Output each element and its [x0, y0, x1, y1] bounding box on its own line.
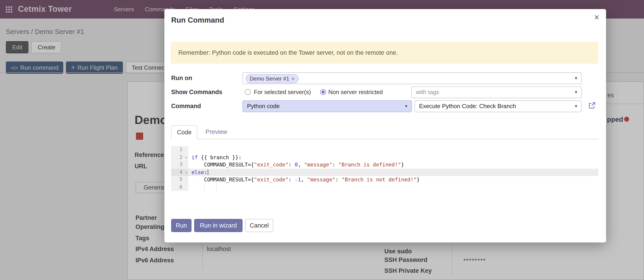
command-select[interactable]: Execute Python Code: Check Branch ▾	[414, 100, 582, 112]
warning-alert-text: Remember: Python code is executed on the…	[178, 42, 398, 64]
remove-tag-icon[interactable]: ×	[292, 76, 295, 82]
text-cursor	[208, 169, 208, 175]
chevron-down-icon: ▾	[575, 90, 577, 94]
code-row[interactable]: 2▾if {{ branch }}:	[171, 154, 598, 161]
modal-title: Run Command	[171, 16, 224, 25]
external-link-icon	[588, 102, 596, 109]
fold-icon[interactable]: ▾	[185, 154, 188, 162]
radio-for-selected-servers[interactable]	[245, 89, 251, 95]
run-on-label: Run on	[171, 72, 192, 84]
show-commands-label: Show Commands	[171, 86, 222, 98]
command-value: Execute Python Code: Check Branch	[419, 101, 516, 112]
code-row[interactable]: 5 COMMAND_RESULT={"exit_code": -1, "mess…	[171, 176, 598, 183]
gutter-line-number: 5	[171, 176, 188, 183]
command-type-value: Python code	[247, 101, 280, 112]
gutter-line-number: 6	[171, 183, 188, 191]
chevron-down-icon: ▾	[575, 104, 577, 108]
run-button[interactable]: Run	[171, 219, 192, 232]
cancel-button[interactable]: Cancel	[245, 219, 273, 232]
warning-alert: Remember: Python code is executed on the…	[171, 42, 598, 64]
gutter-line-number: 1	[171, 146, 188, 154]
chevron-down-icon: ▾	[405, 104, 407, 108]
tab-code[interactable]: Code	[171, 125, 197, 139]
open-record-button[interactable]	[588, 102, 596, 111]
with-tags-select[interactable]: with tags ▾	[412, 86, 582, 98]
command-label: Command	[171, 100, 201, 112]
code-line[interactable]: COMMAND_RESULT={"exit_code": -1, "messag…	[188, 176, 598, 183]
run-in-wizard-button[interactable]: Run in wizard	[194, 219, 242, 232]
chevron-down-icon: ▾	[575, 76, 577, 80]
code-row[interactable]: 6	[171, 183, 598, 191]
code-editor[interactable]: 12▾if {{ branch }}:3 COMMAND_RESULT={"ex…	[171, 145, 598, 193]
code-line[interactable]	[188, 146, 598, 154]
code-line[interactable]: if {{ branch }}:	[188, 154, 598, 161]
modal-tabstrip: Code Preview	[171, 125, 598, 139]
code-line[interactable]	[188, 183, 598, 191]
gutter-line-number: 4▾	[171, 169, 188, 176]
server-tag: Demo Server #1 ×	[246, 74, 299, 83]
gutter-line-number: 3	[171, 161, 188, 169]
run-command-modal: Run Command × Remember: Python code is e…	[164, 9, 606, 242]
gutter-line-number: 2▾	[171, 154, 188, 161]
code-line[interactable]: else:	[188, 169, 598, 176]
with-tags-placeholder: with tags	[416, 87, 439, 98]
tab-preview[interactable]: Preview	[201, 125, 232, 139]
radio-non-server-restricted-label[interactable]: Non server restricted	[328, 86, 383, 98]
app-window: Cetmix Tower Servers Commands Files Tool…	[0, 0, 644, 280]
fold-icon[interactable]: ▾	[185, 169, 188, 176]
code-line[interactable]: COMMAND_RESULT={"exit_code": 0, "message…	[188, 161, 598, 169]
code-row[interactable]: 3 COMMAND_RESULT={"exit_code": 0, "messa…	[171, 161, 598, 169]
radio-for-selected-servers-label[interactable]: For selected server(s)	[254, 86, 311, 98]
code-row[interactable]: 1	[171, 146, 598, 154]
radio-non-server-restricted[interactable]	[320, 89, 326, 95]
code-row[interactable]: 4▾else:	[171, 169, 598, 176]
run-on-multiselect[interactable]: Demo Server #1 × ▾	[242, 72, 582, 84]
close-icon[interactable]: ×	[594, 13, 599, 22]
command-type-select[interactable]: Python code ▾	[242, 100, 412, 112]
